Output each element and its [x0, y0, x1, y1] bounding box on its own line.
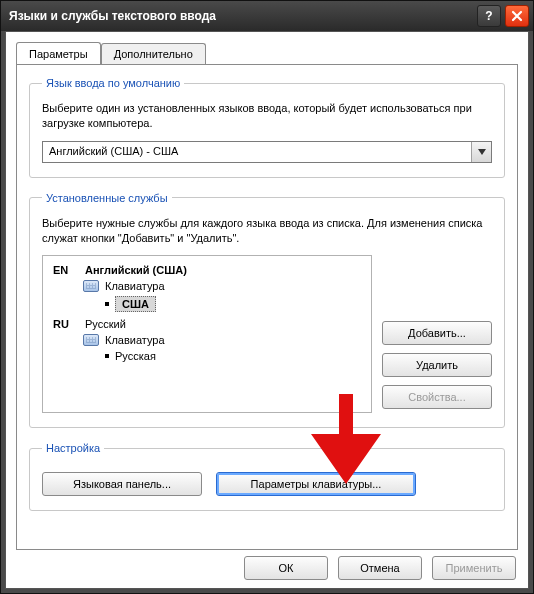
client-area: Параметры Дополнительно Язык ввода по ум… — [5, 31, 529, 589]
ok-button[interactable]: ОК — [244, 556, 328, 580]
layout-item-ru[interactable]: Русская — [105, 350, 361, 362]
titlebar: Языки и службы текстового ввода ? — [1, 1, 533, 31]
help-button[interactable]: ? — [477, 5, 501, 27]
combobox-dropdown-button[interactable] — [471, 142, 491, 162]
group-installed-services: Установленные службы Выберите нужные слу… — [29, 192, 505, 429]
language-block-en: EN Английский (США) Клавиатура США — [53, 264, 361, 312]
keyboard-parameters-button[interactable]: Параметры клавиатуры... — [216, 472, 416, 496]
dialog-window: Языки и службы текстового ввода ? Параме… — [0, 0, 534, 594]
tab-panel: Язык ввода по умолчанию Выберите один из… — [16, 64, 518, 550]
group-settings-legend: Настройка — [42, 442, 104, 454]
group-installed-text: Выберите нужные службы для каждого языка… — [42, 216, 492, 246]
window-title: Языки и службы текстового ввода — [9, 9, 216, 23]
lang-name-ru: Русский — [85, 318, 126, 330]
group-default-text: Выберите один из установленных языков вв… — [42, 101, 492, 131]
group-settings: Настройка Языковая панель... Параметры к… — [29, 442, 505, 511]
tabstrip: Параметры Дополнительно — [16, 42, 518, 64]
default-language-value: Английский (США) - США — [43, 142, 471, 162]
group-default-language: Язык ввода по умолчанию Выберите один из… — [29, 77, 505, 178]
close-button[interactable] — [505, 5, 529, 27]
layout-label-en-us: США — [115, 296, 156, 312]
group-default-legend: Язык ввода по умолчанию — [42, 77, 184, 89]
default-language-combobox[interactable]: Английский (США) - США — [42, 141, 492, 163]
language-block-ru: RU Русский Клавиатура Русская — [53, 318, 361, 362]
bullet-icon — [105, 302, 109, 306]
language-panel-button[interactable]: Языковая панель... — [42, 472, 202, 496]
dialog-buttons: ОК Отмена Применить — [244, 556, 516, 580]
keyboard-icon — [83, 280, 99, 292]
tab-advanced[interactable]: Дополнительно — [101, 43, 206, 65]
layout-item-en-us[interactable]: США — [105, 296, 361, 312]
group-installed-legend: Установленные службы — [42, 192, 172, 204]
lang-sub-ru: Клавиатура — [105, 334, 165, 346]
lang-code-ru: RU — [53, 318, 77, 330]
titlebar-controls: ? — [477, 5, 529, 27]
keyboard-icon — [83, 334, 99, 346]
cancel-button[interactable]: Отмена — [338, 556, 422, 580]
lang-sub-en: Клавиатура — [105, 280, 165, 292]
layout-label-ru: Русская — [115, 350, 156, 362]
service-buttons: Добавить... Удалить Свойства... — [382, 321, 492, 413]
lang-name-en: Английский (США) — [85, 264, 187, 276]
remove-button[interactable]: Удалить — [382, 353, 492, 377]
apply-button: Применить — [432, 556, 516, 580]
properties-button: Свойства... — [382, 385, 492, 409]
installed-services-tree[interactable]: EN Английский (США) Клавиатура США — [42, 255, 372, 413]
add-button[interactable]: Добавить... — [382, 321, 492, 345]
lang-code-en: EN — [53, 264, 77, 276]
bullet-icon — [105, 354, 109, 358]
tab-parameters[interactable]: Параметры — [16, 42, 101, 64]
